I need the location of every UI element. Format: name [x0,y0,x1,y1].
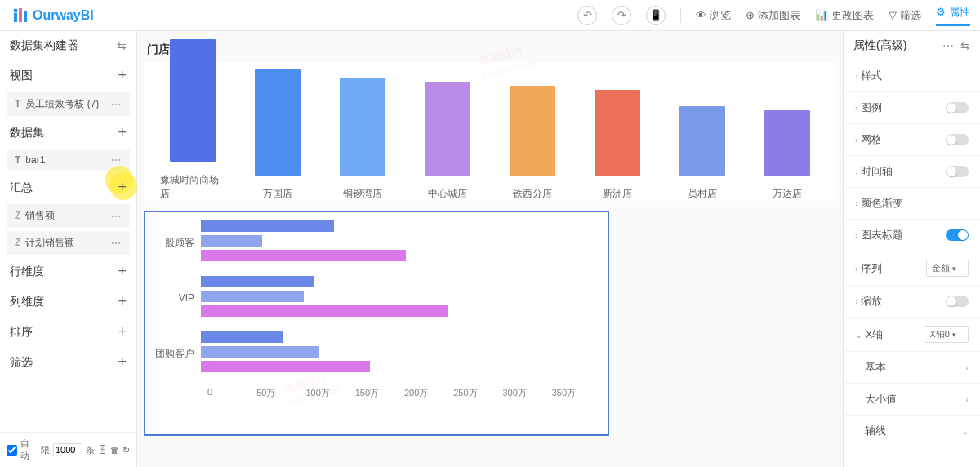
prop-zoom[interactable]: › 缩放 [844,286,980,318]
bar-column[interactable]: 万达店 [755,110,820,201]
prop-axis-line[interactable]: 轴线⌄ [844,416,980,447]
hbar-group[interactable]: 团购客户 [152,331,601,376]
trash-icon[interactable]: 🗑 [110,445,119,455]
plus-icon[interactable]: + [118,323,127,340]
summary-item-plan-sales[interactable]: Z计划销售额 ⋯ [7,231,130,255]
limit-input[interactable] [53,443,82,456]
section-view[interactable]: 视图 + [0,60,136,91]
chart1-title: 门店销售额 [144,38,836,62]
logo-icon [10,6,29,25]
plus-icon[interactable]: + [118,354,127,371]
series-select[interactable]: 金额 ▾ [926,260,969,277]
refresh-icon[interactable]: ↻ [122,445,130,456]
prop-grid[interactable]: › 网格 [844,124,980,156]
vertical-bar-chart[interactable]: 豫城时尚商场店万国店铜锣湾店中心城店铁西分店新洲店员村店万达店 [144,62,836,201]
undo-button[interactable]: ↶ [577,6,597,25]
bar-column[interactable]: 豫城时尚商场店 [160,39,225,201]
toggle-zoom[interactable] [946,296,969,307]
section-dataset[interactable]: 数据集 + [0,118,136,148]
more-icon[interactable]: ⋯ [942,39,954,52]
properties-icon: ⚙ [936,6,946,18]
prop-x-axis[interactable]: ⌄ X轴X轴0 ▾ [844,318,980,352]
limit-bar: 自动 限 条 🗄 🗑 ↻ [0,432,136,467]
hbar-group[interactable]: VIP [152,276,601,320]
prop-style[interactable]: › 样式 [844,60,980,92]
plus-icon[interactable]: + [118,124,127,141]
toggle-grid[interactable] [946,134,969,145]
plus-icon[interactable]: + [118,293,127,310]
toggle-timeline[interactable] [946,166,969,177]
prop-min-max[interactable]: 大小值› [844,384,980,416]
redo-button[interactable]: ↷ [612,6,631,25]
funnel-icon: ▽ [889,9,897,21]
bar-column[interactable]: 员村店 [670,106,735,201]
brand-logo: OurwayBI [10,6,94,25]
prop-gradient[interactable]: › 颜色渐变 [844,188,980,220]
svg-point-0 [14,8,18,12]
horizontal-bar-chart[interactable]: 一般顾客VIP团购客户 050万100万150万200万250万300万350万 [144,211,609,436]
section-filter[interactable]: 筛选 + [0,347,136,377]
prop-series[interactable]: › 序列金额 ▾ [844,251,980,286]
svg-rect-2 [19,8,22,22]
bar-column[interactable]: 铁西分店 [500,86,565,201]
prop-legend[interactable]: › 图例 [844,92,980,124]
plus-icon[interactable]: + [118,67,127,84]
more-icon[interactable]: ⋯ [111,238,122,249]
builder-header: 数据集构建器 ⇆ [0,31,136,60]
prop-timeline[interactable]: › 时间轴 [844,156,980,188]
plus-icon[interactable]: + [118,263,127,280]
plus-icon[interactable]: + [118,179,127,196]
add-chart-button[interactable]: ⊕ 添加图表 [746,8,800,23]
eye-icon: 👁 [696,9,706,21]
section-sort[interactable]: 排序 + [0,317,136,347]
svg-rect-3 [24,11,27,22]
plus-circle-icon: ⊕ [746,9,755,21]
svg-rect-1 [14,13,17,22]
brand-name: OurwayBI [33,8,94,23]
auto-checkbox[interactable] [7,445,17,456]
bar-column[interactable]: 万国店 [245,69,310,201]
collapse-icon[interactable]: ⇆ [960,39,970,52]
more-icon[interactable]: ⋯ [111,99,122,110]
db-icon[interactable]: 🗄 [98,445,107,455]
filter-button[interactable]: ▽ 筛选 [889,8,921,23]
bar-column[interactable]: 铜锣湾店 [330,78,395,201]
collapse-icon[interactable]: ⇆ [117,39,127,52]
toggle-chart-title[interactable] [946,229,969,241]
section-col-dim[interactable]: 列维度 + [0,287,136,317]
toggle-legend[interactable] [946,102,969,113]
xaxis-select[interactable]: X轴0 ▾ [924,326,969,343]
hbar-group[interactable]: 一般顾客 [152,220,601,265]
section-summary[interactable]: 汇总 + [0,172,136,202]
properties-header: 属性(高级) ⋯⇆ [844,31,980,60]
bar-chart-icon: 📊 [815,9,828,21]
prop-basic[interactable]: 基本› [844,352,980,384]
section-row-dim[interactable]: 行维度 + [0,256,136,287]
preview-button[interactable]: 👁 浏览 [696,8,731,23]
prop-chart-title[interactable]: › 图表标题 [844,220,980,251]
change-chart-button[interactable]: 📊 更改图表 [815,8,874,23]
properties-button[interactable]: ⚙ 属性 [936,5,970,26]
bar-column[interactable]: 中心城店 [415,82,480,201]
summary-item-sales[interactable]: Z销售额 ⋯ [7,204,130,228]
more-icon[interactable]: ⋯ [111,211,122,222]
view-item[interactable]: T员工绩效考核 (7) ⋯ [7,92,130,116]
mobile-preview-button[interactable]: 📱 [646,6,666,25]
bar-column[interactable]: 新洲店 [585,90,650,201]
more-icon[interactable]: ⋯ [111,154,122,166]
